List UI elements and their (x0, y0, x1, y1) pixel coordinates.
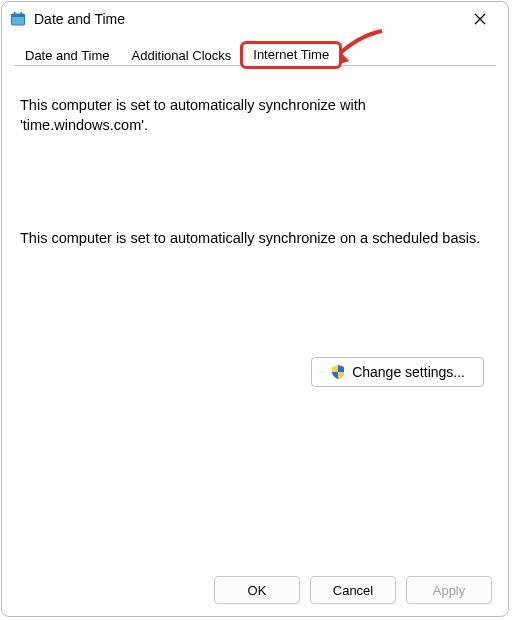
sync-schedule-message: This computer is set to automatically sy… (20, 229, 490, 249)
tab-internet-time[interactable]: Internet Time (242, 43, 340, 67)
date-and-time-window: Date and Time Date and Time Additional C… (1, 1, 509, 617)
ok-button[interactable]: OK (214, 576, 300, 604)
svg-rect-1 (12, 14, 25, 17)
titlebar: Date and Time (2, 2, 508, 36)
svg-rect-3 (21, 12, 23, 15)
tab-date-and-time[interactable]: Date and Time (14, 44, 121, 67)
tab-additional-clocks[interactable]: Additional Clocks (121, 44, 243, 67)
change-settings-row: Change settings... (20, 357, 490, 387)
cancel-button[interactable]: Cancel (310, 576, 396, 604)
calendar-icon (10, 11, 26, 27)
change-settings-button[interactable]: Change settings... (311, 357, 484, 387)
change-settings-label: Change settings... (352, 364, 465, 380)
svg-rect-2 (14, 12, 16, 15)
tab-pane-internet-time: This computer is set to automatically sy… (2, 66, 508, 564)
close-icon (474, 13, 486, 25)
tab-strip: Date and Time Additional Clocks Internet… (2, 42, 508, 66)
sync-server-message: This computer is set to automatically sy… (20, 96, 490, 135)
dialog-footer: OK Cancel Apply (2, 564, 508, 616)
window-title: Date and Time (34, 11, 460, 27)
close-button[interactable] (460, 4, 500, 34)
apply-button[interactable]: Apply (406, 576, 492, 604)
shield-icon (330, 364, 346, 380)
